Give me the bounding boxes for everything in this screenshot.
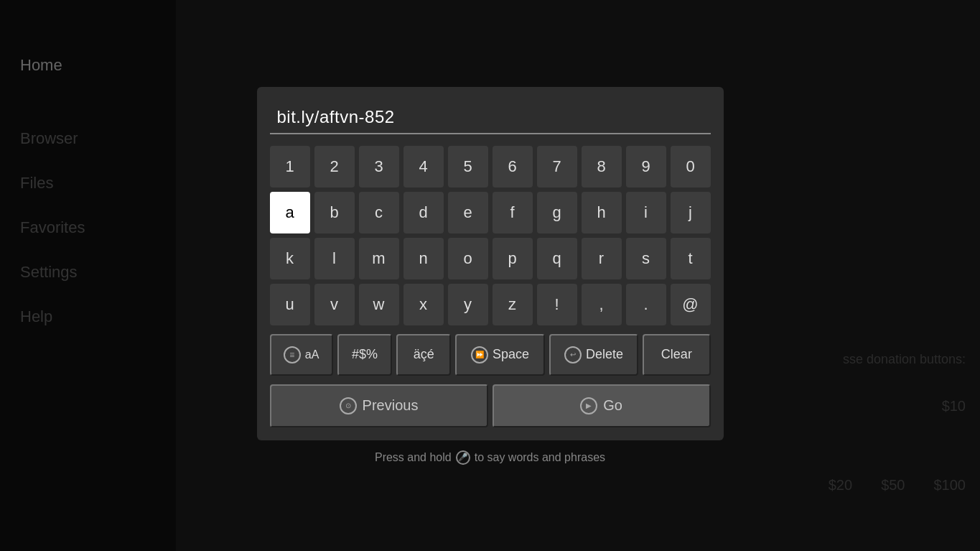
key-r[interactable]: r [582, 238, 622, 279]
key-comma[interactable]: , [582, 284, 622, 325]
key-p[interactable]: p [493, 238, 533, 279]
clear-label: Clear [661, 347, 692, 362]
key-y[interactable]: y [448, 284, 488, 325]
key-5[interactable]: 5 [448, 146, 488, 187]
key-w[interactable]: w [359, 284, 399, 325]
delete-button[interactable]: ↩ Delete [549, 334, 638, 376]
case-label: aA [305, 348, 319, 361]
key-e[interactable]: e [448, 192, 488, 233]
key-a[interactable]: a [270, 192, 310, 233]
previous-label: Previous [363, 397, 419, 414]
row-a-j: a b c d e f g h i j [270, 192, 711, 233]
key-b[interactable]: b [314, 192, 355, 233]
key-7[interactable]: 7 [537, 146, 577, 187]
go-icon: ▶ [580, 397, 597, 415]
key-d[interactable]: d [403, 192, 444, 233]
key-period[interactable]: . [626, 284, 666, 325]
symbols-label: #$% [352, 347, 378, 362]
key-4[interactable]: 4 [403, 146, 444, 187]
nav-row: ⊙ Previous ▶ Go [270, 384, 711, 427]
key-2[interactable]: 2 [314, 146, 355, 187]
url-input-text: bit.ly/aftvn-852 [277, 107, 395, 126]
keyboard-panel: bit.ly/aftvn-852 1 2 3 4 5 6 7 8 9 0 a b… [257, 87, 724, 440]
key-t[interactable]: t [671, 238, 711, 279]
go-label: Go [603, 397, 622, 414]
key-3[interactable]: 3 [359, 146, 399, 187]
key-n[interactable]: n [403, 238, 444, 279]
case-icon: ≡ [284, 346, 301, 364]
space-icon: ⏩ [471, 346, 488, 364]
number-row: 1 2 3 4 5 6 7 8 9 0 [270, 146, 711, 187]
key-l[interactable]: l [314, 238, 355, 279]
space-button[interactable]: ⏩ Space [455, 334, 544, 376]
key-c[interactable]: c [359, 192, 399, 233]
key-at[interactable]: @ [671, 284, 711, 325]
keyboard-overlay: bit.ly/aftvn-852 1 2 3 4 5 6 7 8 9 0 a b… [0, 0, 980, 551]
mic-icon: 🎤 [456, 450, 470, 465]
clear-button[interactable]: Clear [643, 334, 710, 376]
key-k[interactable]: k [270, 238, 310, 279]
key-j[interactable]: j [671, 192, 711, 233]
url-input-area[interactable]: bit.ly/aftvn-852 [270, 101, 711, 134]
key-exclaim[interactable]: ! [537, 284, 577, 325]
delete-label: Delete [586, 347, 623, 362]
accents-label: äçé [414, 347, 434, 362]
case-toggle-button[interactable]: ≡ aA [270, 334, 333, 376]
delete-icon: ↩ [564, 346, 582, 364]
row-u-at: u v w x y z ! , . @ [270, 284, 711, 325]
special-row: ≡ aA #$% äçé ⏩ Space ↩ Delete [270, 334, 711, 376]
key-u[interactable]: u [270, 284, 310, 325]
key-i[interactable]: i [626, 192, 666, 233]
key-g[interactable]: g [537, 192, 577, 233]
key-v[interactable]: v [314, 284, 355, 325]
key-rows: 1 2 3 4 5 6 7 8 9 0 a b c d e f g h [270, 146, 711, 427]
key-9[interactable]: 9 [626, 146, 666, 187]
symbols-button[interactable]: #$% [337, 334, 392, 376]
key-m[interactable]: m [359, 238, 399, 279]
key-x[interactable]: x [403, 284, 444, 325]
previous-icon: ⊙ [340, 397, 357, 415]
previous-button[interactable]: ⊙ Previous [270, 384, 488, 427]
hint-text: Press and hold 🎤 to say words and phrase… [375, 450, 605, 465]
key-f[interactable]: f [493, 192, 533, 233]
go-button[interactable]: ▶ Go [493, 384, 711, 427]
key-s[interactable]: s [626, 238, 666, 279]
row-k-t: k l m n o p q r s t [270, 238, 711, 279]
key-8[interactable]: 8 [582, 146, 622, 187]
key-6[interactable]: 6 [493, 146, 533, 187]
key-q[interactable]: q [537, 238, 577, 279]
key-h[interactable]: h [582, 192, 622, 233]
key-o[interactable]: o [448, 238, 488, 279]
key-1[interactable]: 1 [270, 146, 310, 187]
accents-button[interactable]: äçé [396, 334, 451, 376]
key-z[interactable]: z [493, 284, 533, 325]
space-label: Space [493, 347, 529, 362]
key-0[interactable]: 0 [671, 146, 711, 187]
